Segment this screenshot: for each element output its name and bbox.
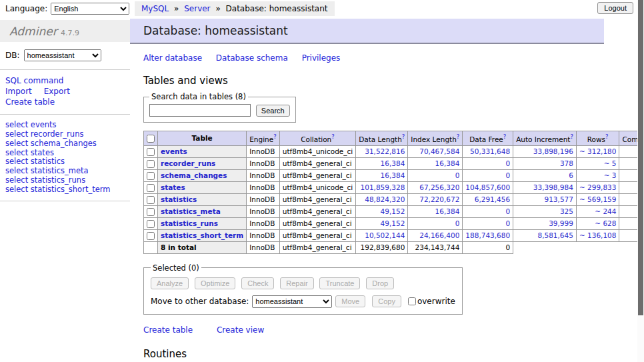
sidebar-item-select-events[interactable]: select events — [5, 120, 125, 129]
search-input[interactable] — [149, 104, 251, 117]
table-row: statistics_short_term InnoDB utf8mb4_gen… — [144, 229, 644, 241]
help-icon[interactable]: ? — [331, 133, 335, 140]
row-checkbox-recorder-runs[interactable] — [147, 160, 155, 168]
data-length-cell: 10,502,144 — [356, 229, 408, 241]
overwrite-checkbox[interactable] — [408, 297, 416, 305]
table-link-statistics-short-term[interactable]: statistics_short_term — [161, 231, 243, 239]
create-view-link[interactable]: Create view — [217, 325, 264, 335]
table-row: schema_changes InnoDB utf8mb4_general_ci… — [144, 169, 644, 181]
sidebar-export-link[interactable]: Export — [44, 87, 70, 96]
row-checkbox-schema-changes[interactable] — [147, 172, 155, 180]
database-links: Alter database Database schema Privilege… — [143, 53, 644, 63]
create-table-link[interactable]: Create table — [143, 325, 193, 335]
sidebar-item-select-schema-changes[interactable]: select schema_changes — [5, 139, 125, 148]
scrollbar[interactable] — [637, 0, 644, 362]
breadcrumb-separator: » — [215, 4, 220, 13]
create-links: Create table Create view — [143, 325, 644, 335]
db-select[interactable]: homeassistant — [24, 49, 101, 61]
help-icon[interactable]: ? — [457, 133, 460, 140]
help-icon[interactable]: ? — [605, 133, 609, 140]
collation-cell: utf8mb4_general_ci — [279, 205, 355, 217]
repair-button: Repair — [280, 277, 313, 289]
sidebar-create-table-link[interactable]: Create table — [5, 97, 55, 107]
row-checkbox-statistics[interactable] — [147, 196, 155, 204]
truncate-button: Truncate — [319, 277, 360, 289]
privileges-link[interactable]: Privileges — [302, 53, 341, 63]
row-checkbox-events[interactable] — [147, 148, 155, 156]
breadcrumb-separator: » — [174, 4, 179, 13]
sidebar-sql-command-link[interactable]: SQL command — [5, 76, 63, 85]
data-free-cell: 0 — [463, 157, 513, 169]
table-link-schema-changes[interactable]: schema_changes — [161, 171, 227, 179]
language-label: Language: — [5, 4, 47, 13]
help-icon[interactable]: ? — [402, 133, 405, 140]
total-engine-cell: InnoDB — [247, 241, 280, 253]
engine-cell: InnoDB — [247, 205, 280, 217]
database-schema-link[interactable]: Database schema — [216, 53, 288, 63]
table-row: events InnoDB utf8mb4_unicode_ci 31,522,… — [144, 145, 644, 157]
sidebar-item-select-statistics[interactable]: select statistics — [5, 157, 125, 167]
rows-cell: ~ 312,180 — [576, 145, 619, 157]
sidebar-item-select-statistics-short-term[interactable]: select statistics_short_term — [5, 185, 125, 194]
rows-cell: ~ 244 — [576, 205, 619, 217]
data-length-cell: 101,859,328 — [356, 181, 408, 193]
table-link-statistics-meta[interactable]: statistics_meta — [161, 207, 221, 215]
table-header-row: Table Engine? Collation? Data Length? In… — [144, 131, 644, 146]
sidebar: Adminer 4.7.9 DB: homeassistant SQL comm… — [0, 20, 130, 201]
engine-cell: InnoDB — [247, 145, 280, 157]
sidebar-item-select-statistics-runs[interactable]: select statistics_runs — [5, 175, 125, 185]
auto-increment-cell: 39,999 — [513, 217, 577, 229]
table-link-states[interactable]: states — [161, 183, 185, 191]
index-length-cell: 24,166,400 — [408, 229, 463, 241]
sidebar-item-select-statistics-meta[interactable]: select statistics_meta — [5, 167, 125, 176]
table-link-statistics-runs[interactable]: statistics_runs — [161, 219, 218, 227]
column-header-auto-increment: Auto Increment? — [513, 131, 577, 146]
table-link-statistics[interactable]: statistics — [161, 195, 197, 203]
sidebar-item-select-states[interactable]: select states — [5, 148, 125, 157]
breadcrumb-server-link[interactable]: Server — [184, 4, 210, 13]
row-checkbox-statistics-short-term[interactable] — [147, 232, 155, 240]
sidebar-import-link[interactable]: Import — [5, 87, 32, 96]
search-button[interactable]: Search — [256, 105, 290, 117]
engine-cell: InnoDB — [247, 193, 280, 205]
row-checkbox-states[interactable] — [147, 184, 155, 192]
auto-increment-cell: 913,577 — [513, 193, 577, 205]
engine-cell: InnoDB — [247, 169, 280, 181]
select-all-checkbox[interactable] — [147, 135, 155, 143]
rows-cell: ~ 136,108 — [576, 229, 619, 241]
collation-cell: utf8mb4_general_ci — [279, 193, 355, 205]
rows-cell: ~ 3 — [576, 169, 619, 181]
selected-buttons-row: Analyze Optimize Check Repair Truncate D… — [151, 277, 455, 289]
help-icon[interactable]: ? — [503, 133, 507, 140]
alter-database-link[interactable]: Alter database — [143, 53, 202, 63]
check-button: Check — [241, 277, 274, 289]
column-header-engine: Engine? — [247, 131, 280, 146]
logout-button[interactable]: Logout — [597, 2, 633, 14]
move-db-select[interactable]: homeassistant — [252, 295, 332, 308]
routines-heading: Routines — [143, 348, 644, 360]
data-free-cell: 6,291,456 — [463, 193, 513, 205]
table-total-row: 8 in total InnoDB utf8mb4_general_ci 192… — [144, 241, 644, 253]
breadcrumb-mysql-link[interactable]: MySQL — [141, 4, 169, 13]
adminer-brand-link[interactable]: Adminer — [9, 25, 57, 38]
sidebar-item-select-recorder-runs[interactable]: select recorder_runs — [5, 129, 125, 139]
overwrite-option: overwrite — [408, 297, 455, 306]
help-icon[interactable]: ? — [273, 133, 277, 140]
data-free-cell: 0 — [463, 217, 513, 229]
breadcrumb: MySQL » Server » Database: homeassistant — [135, 1, 335, 16]
data-length-cell: 16,384 — [356, 157, 408, 169]
table-row: statistics_runs InnoDB utf8mb4_general_c… — [144, 217, 644, 229]
db-selector-row: DB: homeassistant — [0, 42, 130, 69]
row-checkbox-statistics-runs[interactable] — [147, 220, 155, 228]
help-icon[interactable]: ? — [570, 133, 573, 140]
table-link-recorder-runs[interactable]: recorder_runs — [161, 159, 215, 167]
total-label: 8 in total — [158, 241, 247, 253]
scrollbar-thumb[interactable] — [638, 0, 643, 315]
auto-increment-cell: 8,581,645 — [513, 229, 577, 241]
table-link-events[interactable]: events — [161, 147, 187, 155]
language-select[interactable]: English — [51, 3, 129, 15]
row-checkbox-statistics-meta[interactable] — [147, 208, 155, 216]
table-row: states InnoDB utf8mb4_unicode_ci 101,859… — [144, 181, 644, 193]
drop-button: Drop — [366, 277, 394, 289]
total-index-length-cell: 234,143,744 — [408, 241, 463, 253]
